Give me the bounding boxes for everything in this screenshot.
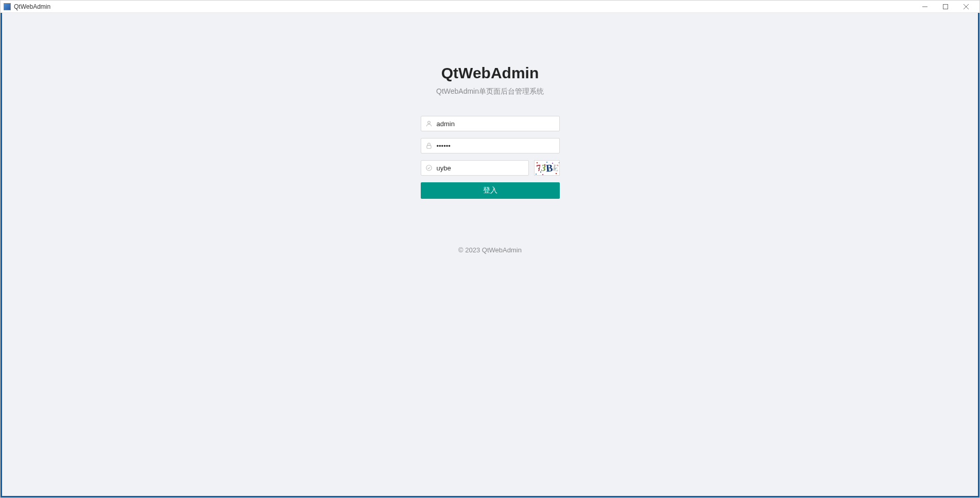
login-form: 7 3 B E 登入 [421,116,560,199]
window-controls [915,1,976,12]
app-subtitle: QtWebAdmin单页面后台管理系统 [436,87,544,96]
minimize-button[interactable] [915,1,935,12]
captcha-row: 7 3 B E [421,160,560,176]
app-title: QtWebAdmin [441,64,539,82]
shield-check-icon [421,164,437,171]
svg-point-4 [427,121,430,124]
minimize-icon [922,4,927,9]
captcha-char-4: E [552,162,559,174]
close-button[interactable] [956,1,976,12]
footer-text: © 2023 QtWebAdmin [458,246,522,254]
captcha-text: 7 3 B E [535,161,559,175]
captcha-image[interactable]: 7 3 B E [534,160,560,176]
titlebar: QtWebAdmin [1,1,979,13]
close-icon [964,4,969,9]
login-button[interactable]: 登入 [421,182,560,199]
maximize-button[interactable] [935,1,956,12]
password-wrapper [421,138,560,153]
username-wrapper [421,116,560,131]
svg-rect-5 [426,145,431,148]
svg-point-6 [426,165,432,171]
login-container: QtWebAdmin QtWebAdmin单页面后台管理系统 [421,64,560,254]
window-title: QtWebAdmin [14,3,915,10]
window-frame: QtWebAdmin QtWebAdmin QtWebAdmin单页面后台管理系… [0,0,980,498]
username-input[interactable] [437,120,559,128]
captcha-input[interactable] [437,164,528,172]
content-area: QtWebAdmin QtWebAdmin单页面后台管理系统 [1,13,979,497]
app-icon [4,3,11,10]
maximize-icon [943,4,948,9]
lock-icon [421,142,437,149]
svg-rect-1 [943,4,948,9]
user-icon [421,120,437,127]
password-input[interactable] [437,142,559,150]
captcha-wrapper [421,160,529,176]
